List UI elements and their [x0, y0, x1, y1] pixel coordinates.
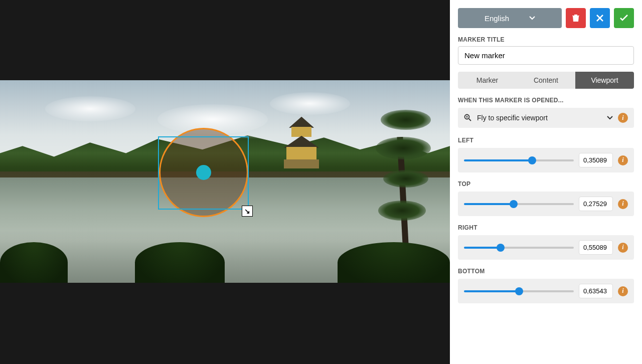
right-slider[interactable] [464, 247, 574, 249]
tabs: Marker Content Viewport [458, 72, 634, 89]
info-icon[interactable]: i [618, 113, 628, 123]
left-value[interactable] [579, 153, 613, 167]
top-label: TOP [458, 180, 634, 188]
delete-button[interactable] [566, 8, 586, 28]
left-label: LEFT [458, 137, 634, 144]
right-label: RIGHT [458, 224, 634, 231]
image-canvas[interactable]: ↘ [0, 0, 450, 364]
close-icon [596, 14, 604, 22]
language-label: English [485, 14, 509, 23]
preview-image: ↘ [0, 80, 450, 283]
when-opened-label: WHEN THIS MARKER IS OPENED... [458, 97, 634, 104]
right-value[interactable] [579, 240, 613, 255]
trash-icon [571, 14, 580, 23]
action-dropdown-label: Fly to specific viewport [477, 114, 602, 122]
action-dropdown[interactable]: Fly to specific viewport i [458, 108, 634, 128]
info-icon[interactable]: i [618, 199, 628, 209]
tab-marker[interactable]: Marker [458, 72, 517, 89]
info-icon[interactable]: i [618, 286, 628, 296]
bottom-label: BOTTOM [458, 268, 634, 275]
chevron-down-icon [529, 16, 535, 20]
marker-title-input[interactable] [458, 46, 634, 65]
top-value[interactable] [579, 197, 613, 211]
top-slider[interactable] [464, 203, 574, 205]
properties-panel: English MARKER TITLE [450, 0, 642, 364]
chevron-down-icon [607, 116, 613, 120]
resize-handle[interactable]: ↘ [242, 206, 253, 217]
magnify-icon [464, 114, 472, 122]
info-icon[interactable]: i [618, 155, 628, 165]
viewport-selection-box[interactable] [158, 136, 249, 210]
marker-title-label: MARKER TITLE [458, 36, 634, 43]
arrow-down-right-icon: ↘ [244, 207, 250, 215]
info-icon[interactable]: i [618, 243, 628, 253]
check-icon [619, 15, 628, 22]
bottom-slider[interactable] [464, 290, 574, 292]
left-slider[interactable] [464, 159, 574, 161]
tab-viewport[interactable]: Viewport [575, 72, 634, 89]
tab-content[interactable]: Content [517, 72, 575, 89]
language-select[interactable]: English [458, 8, 562, 28]
bottom-value[interactable] [579, 284, 613, 298]
cancel-button[interactable] [590, 8, 610, 28]
confirm-button[interactable] [614, 8, 634, 28]
